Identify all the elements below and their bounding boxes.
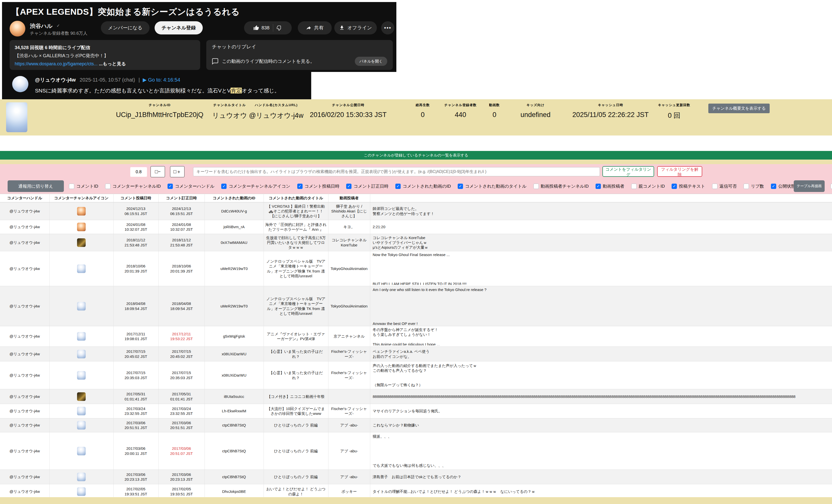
date-cell: 2017/03/2423:32:55 JST	[158, 404, 205, 418]
checkbox-checked-icon[interactable]	[672, 184, 677, 189]
video-id-cell: joRIiBvm_rA	[205, 220, 264, 234]
column-checkbox-3[interactable]: コメンターチャンネルアイコン	[221, 184, 290, 189]
channel-field-label: キッズ向け	[521, 103, 551, 107]
commenter-avatar[interactable]	[12, 76, 28, 92]
video-title-cell: おいでよ！とびだせよ！ どうぶつの森よ！	[264, 484, 328, 499]
column-checkbox-16[interactable]: レーティング	[830, 184, 832, 189]
share-button[interactable]: 共有	[298, 21, 332, 34]
description-link[interactable]: https://www.dospara.co.jp/5gamepc/cts...	[15, 61, 98, 66]
checkbox-unchecked-icon[interactable]	[631, 184, 636, 189]
show-more-link[interactable]: ...もっと見る	[99, 61, 126, 66]
column-checkbox-11[interactable]: 投稿テキスト	[672, 184, 705, 189]
subscribe-button[interactable]: チャンネル登録	[155, 21, 203, 34]
date-cell: 2017/02/0519:33:51 JST	[158, 484, 205, 499]
checkbox-unchecked-icon[interactable]	[69, 184, 74, 189]
checkbox-checked-icon[interactable]	[771, 184, 776, 189]
avatar-cell	[49, 361, 113, 389]
subscriptions-list-bar[interactable]: このチャンネルが登録しているチャンネルの一覧を表示する	[0, 151, 832, 160]
column-checkbox-5[interactable]: コメント訂正日時	[346, 184, 389, 189]
checkbox-checked-icon[interactable]	[221, 184, 227, 189]
date-cell: 2017/12/1119:08:01 JST	[113, 326, 158, 347]
comments-table: コメンターハンドルコメンターチャンネルアイコンコメント投稿日時コメント訂正日時コ…	[0, 194, 832, 499]
column-checkbox-4[interactable]: コメント投稿日時	[297, 184, 340, 189]
column-checkbox-10[interactable]: 親コメントID	[631, 184, 665, 189]
checkbox-checked-icon[interactable]	[596, 184, 601, 189]
share-label: 共有	[314, 25, 323, 31]
channel-summary-button[interactable]: チャンネル概要文を表示する	[708, 104, 770, 113]
open-panel-button[interactable]: パネルを開く	[355, 57, 387, 66]
share-icon	[306, 25, 311, 31]
like-dislike-pill[interactable]: 838	[244, 21, 292, 34]
avatar-cell	[49, 484, 113, 499]
report-mode-button[interactable]: 通報用に切り替え	[8, 180, 64, 192]
column-checkbox-12[interactable]: 返信可否	[712, 184, 737, 189]
video-info-box[interactable]: 34,528 回視聴 6 時間前にライブ配信 【渋谷ハル × GALLERIAコ…	[10, 40, 200, 70]
column-checkbox-1[interactable]: コメンターチャンネルID	[105, 184, 161, 189]
video-id-cell: Lh-EkwRxwIM	[205, 404, 264, 418]
video-title-cell: 【心霊】いま笑った女の子はだれ？	[264, 361, 328, 389]
apply-filter-button[interactable]: コメントをフィルタリング	[602, 166, 654, 177]
checkbox-label: 公開状態	[778, 184, 796, 189]
channel-avatar[interactable]	[10, 21, 25, 36]
checkbox-unchecked-icon[interactable]	[830, 184, 832, 189]
checkbox-checked-icon[interactable]	[458, 184, 463, 189]
threshold-input[interactable]	[130, 167, 147, 177]
more-actions-button[interactable]: •••	[381, 21, 394, 34]
date-cell: 2018/10/0620:01:39 JST	[113, 251, 158, 286]
avatar-cell	[49, 251, 113, 286]
video-id-cell: ctpCBhB7StQ	[205, 418, 264, 432]
font-decrease-button[interactable]: □−	[151, 166, 165, 177]
column-checkbox-13[interactable]: リプ数	[744, 184, 764, 189]
offline-button[interactable]: オフライン	[334, 21, 377, 34]
checkbox-label: コメント訂正日時	[354, 184, 389, 189]
date-cell: 2017/02/0519:33:51 JST	[113, 484, 158, 499]
video-id-cell: uMeR2W19wT0	[205, 251, 264, 286]
commenter-avatar-icon	[77, 421, 86, 429]
column-header-6: 動画投稿者	[328, 194, 370, 202]
channel-field-2: ハンドル名(カスタムURL)@リュウオウ-j4w	[249, 103, 303, 120]
video-poster-cell: アブ -abu-	[328, 470, 370, 484]
join-button[interactable]: メンバーになる	[101, 21, 150, 34]
column-checkbox-0[interactable]: コメントID	[69, 184, 98, 189]
column-checkbox-2[interactable]: コメンターハンドル	[167, 184, 214, 189]
checkbox-checked-icon[interactable]	[395, 184, 401, 189]
column-checkbox-9[interactable]: 動画投稿者	[596, 184, 624, 189]
checkbox-label: コメンターチャンネルアイコン	[229, 184, 290, 189]
channel-bar-avatar[interactable]	[6, 102, 27, 132]
date-cell: 2017/03/0620:23:13 JST	[113, 470, 158, 484]
commenter-handle[interactable]: @リュウオウ-j4w	[35, 77, 76, 83]
keyword-filter-input[interactable]	[193, 167, 600, 176]
checkbox-unchecked-icon[interactable]	[744, 184, 749, 189]
redraw-table-button[interactable]: テーブル再描画	[794, 180, 825, 192]
clear-filter-button[interactable]: フィルタリングを解除	[657, 166, 702, 177]
font-increase-button[interactable]: □＋	[170, 166, 184, 177]
commenter-handle-cell: @リュウオウ-j4w	[0, 347, 49, 361]
checkbox-unchecked-icon[interactable]	[712, 184, 718, 189]
goto-timestamp-link[interactable]: ▶ Go to: 4:16:54	[143, 77, 180, 83]
video-id-cell: x08UXiDarWU	[205, 361, 264, 389]
view-count-line: 34,528 回視聴 6 時間前にライブ配信	[15, 44, 195, 52]
checkbox-unchecked-icon[interactable]	[105, 184, 110, 189]
video-title-cell: ノンテロップスペシャル版 TVアニメ「東京喰種トーキョーグール」オープニング映像…	[264, 251, 328, 286]
checkbox-checked-icon[interactable]	[297, 184, 303, 189]
table-row: @リュウオウ-j4w2017/02/0519:33:51 JST2017/02/…	[0, 484, 832, 499]
column-checkbox-7[interactable]: コメントされた動画のタイトル	[458, 184, 527, 189]
video-poster-cell: Fischer's-フィッシャーズ-	[328, 404, 370, 418]
column-checkbox-14[interactable]: 公開状態	[771, 184, 796, 189]
date-cell: 2017/05/3101:01:41 JST	[113, 389, 158, 404]
checkbox-label: 親コメントID	[639, 184, 665, 189]
thumbs-down-icon[interactable]	[277, 25, 282, 31]
date-cell: 2017/03/2423:32:55 JST	[113, 404, 158, 418]
date-cell: 2018/10/0620:01:39 JST	[158, 251, 205, 286]
comment-text-cell: 声の入った動画の紹介する動画でまたまた声が入ったってｗ この動画でも声入ってるか…	[370, 361, 832, 389]
column-checkbox-8[interactable]: 動画投稿者チャンネルID	[534, 184, 589, 189]
checkbox-unchecked-icon[interactable]	[534, 184, 539, 189]
channel-field-value: @リュウオウ-j4w	[249, 111, 303, 120]
video-id-cell: x08UXiDarWU	[205, 347, 264, 361]
checkbox-label: 動画投稿者チャンネルID	[541, 184, 589, 189]
column-checkbox-6[interactable]: コメントされた動画のID	[395, 184, 451, 189]
channel-name[interactable]: 渋谷ハル	[30, 22, 52, 30]
checkbox-checked-icon[interactable]	[167, 184, 173, 189]
checkbox-checked-icon[interactable]	[346, 184, 352, 189]
thumbs-up-icon[interactable]	[254, 25, 259, 31]
